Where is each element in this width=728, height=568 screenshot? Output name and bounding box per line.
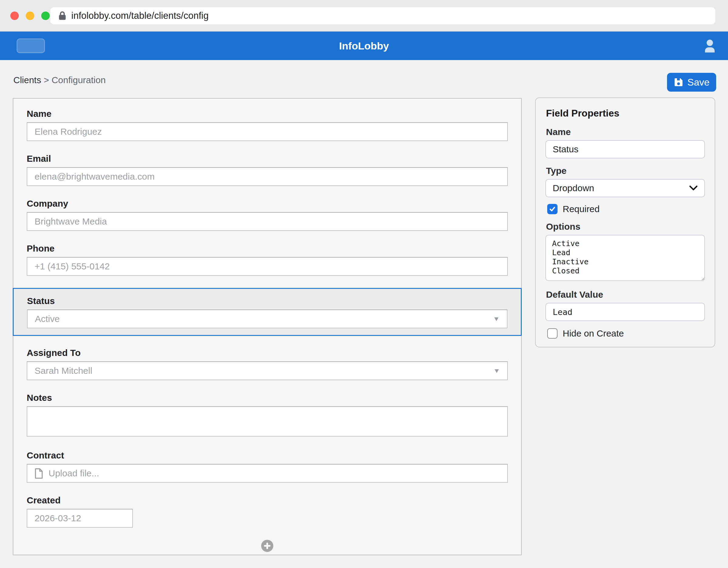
hide-on-create-row[interactable]: Hide on Create	[547, 328, 705, 339]
field-created-label: Created	[27, 495, 508, 506]
field-company: Company	[27, 198, 508, 231]
field-assigned-to-value: Sarah Mitchell	[35, 366, 92, 376]
breadcrumb-separator: >	[44, 75, 49, 85]
property-type-select[interactable]: Dropdown	[545, 179, 705, 197]
window-close-button[interactable]	[10, 12, 19, 20]
field-assigned-to: Assigned To Sarah Mitchell ▼	[27, 347, 508, 380]
field-created-input[interactable]	[27, 509, 133, 528]
field-contract-upload[interactable]: Upload file...	[27, 464, 508, 483]
user-icon	[704, 39, 716, 52]
default-value-input[interactable]	[545, 303, 705, 321]
property-type-label: Type	[546, 166, 705, 176]
field-status-selected[interactable]: Status Active ▼	[13, 288, 522, 336]
browser-chrome: infolobby.com/table/clients/config	[0, 0, 728, 32]
form-preview-panel: Name Email Company Phone Status Active ▼…	[13, 98, 522, 555]
field-notes-textarea[interactable]	[27, 406, 508, 437]
save-button[interactable]: Save	[667, 73, 716, 92]
chevron-down-icon	[689, 185, 698, 191]
field-properties-title: Field Properties	[546, 108, 704, 119]
field-status-select[interactable]: Active ▼	[27, 309, 507, 328]
field-email-label: Email	[27, 153, 508, 164]
property-type-value: Dropdown	[553, 183, 594, 193]
field-properties-panel: Field Properties Name Type Dropdown Requ…	[535, 97, 715, 347]
field-assigned-to-label: Assigned To	[27, 347, 508, 358]
required-label: Required	[563, 204, 600, 214]
app-title: InfoLobby	[0, 32, 728, 60]
field-assigned-to-select[interactable]: Sarah Mitchell ▼	[27, 361, 508, 380]
property-name-input[interactable]	[545, 140, 705, 158]
caret-down-icon: ▼	[493, 367, 500, 374]
required-row[interactable]: Required	[547, 204, 705, 214]
field-contract-placeholder: Upload file...	[49, 468, 99, 478]
field-created: Created	[27, 495, 508, 528]
field-contract-label: Contract	[27, 450, 508, 461]
field-contract: Contract Upload file...	[27, 450, 508, 483]
field-status-value: Active	[35, 314, 60, 324]
required-checkbox[interactable]	[547, 204, 558, 214]
field-company-label: Company	[27, 198, 508, 209]
field-phone-label: Phone	[27, 243, 508, 254]
field-company-input[interactable]	[27, 212, 508, 231]
save-button-label: Save	[687, 77, 709, 88]
breadcrumb-table[interactable]: Clients	[13, 75, 41, 85]
caret-down-icon: ▼	[493, 315, 500, 323]
hide-on-create-checkbox[interactable]	[547, 328, 558, 339]
save-icon	[674, 77, 683, 87]
file-icon	[35, 468, 43, 479]
app-header: InfoLobby	[0, 32, 728, 60]
field-name-label: Name	[27, 108, 508, 119]
address-bar[interactable]: infolobby.com/table/clients/config	[50, 7, 715, 24]
options-textarea[interactable]: Active Lead Inactive Closed	[545, 235, 705, 281]
window-controls	[10, 12, 50, 20]
check-icon	[549, 206, 556, 212]
hide-on-create-label: Hide on Create	[563, 328, 624, 339]
field-status-label: Status	[27, 296, 507, 306]
field-notes-label: Notes	[27, 392, 508, 403]
options-label: Options	[546, 221, 705, 232]
field-email: Email	[27, 153, 508, 186]
plus-icon	[264, 543, 271, 549]
field-phone: Phone	[27, 243, 508, 276]
add-field-button[interactable]	[261, 540, 273, 552]
default-value-label: Default Value	[546, 289, 705, 300]
window-zoom-button[interactable]	[41, 12, 50, 20]
field-notes: Notes	[27, 392, 508, 438]
field-name: Name	[27, 108, 508, 141]
property-name-label: Name	[546, 127, 705, 137]
url-text: infolobby.com/table/clients/config	[71, 10, 209, 21]
breadcrumb-page: Configuration	[52, 75, 106, 85]
user-account-button[interactable]	[699, 35, 720, 56]
field-email-input[interactable]	[27, 167, 508, 186]
lock-icon	[58, 11, 66, 21]
field-phone-input[interactable]	[27, 257, 508, 276]
breadcrumb: Clients > Configuration	[13, 75, 106, 85]
field-name-input[interactable]	[27, 122, 508, 141]
window-minimize-button[interactable]	[26, 12, 34, 20]
